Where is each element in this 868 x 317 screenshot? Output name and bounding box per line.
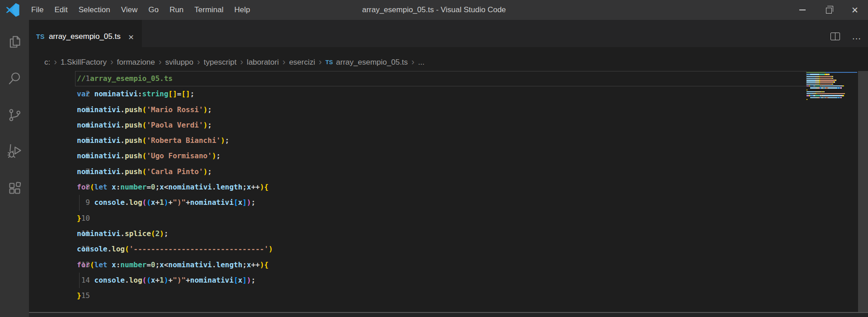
- code-area: 1// array_esempio_05.ts2var nominativi:s…: [29, 71, 868, 312]
- breadcrumb-separator-icon: ›: [54, 57, 57, 67]
- vscode-window: FileEditSelectionViewGoRunTerminalHelp a…: [0, 0, 868, 317]
- code-text: console.log((x+1)+")"+nominativi[x]);: [77, 273, 255, 288]
- menu-run[interactable]: Run: [164, 0, 189, 20]
- minimap-line: [807, 99, 857, 100]
- code-text: var nominativi:string[]=[];: [77, 86, 194, 102]
- breadcrumb-separator-icon: ›: [110, 57, 113, 67]
- minimap-line: [807, 76, 857, 77]
- breadcrumb-item[interactable]: laboratori: [247, 58, 279, 67]
- menu-file[interactable]: File: [26, 0, 49, 20]
- code-line-10[interactable]: 10}: [29, 211, 868, 226]
- title-bar: FileEditSelectionViewGoRunTerminalHelp a…: [0, 0, 868, 20]
- code-text: nominativi.push('Ugo Formisano');: [77, 148, 221, 164]
- tab-close-icon[interactable]: ×: [128, 32, 134, 42]
- explorer-icon[interactable]: [6, 33, 23, 50]
- breadcrumb-item[interactable]: typescript: [203, 58, 236, 67]
- code-line-14[interactable]: 14 console.log((x+1)+")"+nominativi[x]);: [29, 273, 868, 288]
- typescript-file-icon: TS: [326, 59, 333, 66]
- minimap-line: [807, 97, 857, 98]
- code-text: for(let x:number=0;x<nominativi.length;x…: [77, 180, 269, 195]
- search-icon[interactable]: [6, 70, 23, 86]
- code-line-15[interactable]: 15}: [29, 288, 868, 303]
- breadcrumb-separator-icon: ›: [240, 57, 243, 67]
- close-icon: ✕: [851, 5, 859, 15]
- code-text: // array_esempio_05.ts: [77, 71, 173, 86]
- code-line-5[interactable]: 5nominativi.push('Roberta Bianchi');: [29, 133, 868, 148]
- code-text: }: [77, 211, 81, 226]
- minimap[interactable]: [807, 71, 857, 312]
- breadcrumb-item[interactable]: formazione: [117, 58, 155, 67]
- code-line-6[interactable]: 6nominativi.push('Ugo Formisano');: [29, 148, 868, 164]
- code-line-9[interactable]: 9 console.log((x+1)+")"+nominativi[x]);: [29, 195, 868, 210]
- split-editor-icon[interactable]: [830, 33, 840, 40]
- window-controls: ✕: [789, 0, 868, 20]
- run-and-debug-icon[interactable]: [6, 143, 23, 160]
- current-line-highlight: [75, 71, 807, 86]
- restore-icon: [826, 8, 832, 14]
- breadcrumb-separator-icon: ›: [159, 57, 162, 67]
- breadcrumb-separator-icon: ›: [283, 57, 286, 67]
- menu-terminal[interactable]: Terminal: [189, 0, 229, 20]
- menu-go[interactable]: Go: [143, 0, 164, 20]
- tab-bar: TS array_esempio_05.ts × …: [29, 20, 868, 47]
- code-line-2[interactable]: 2var nominativi:string[]=[];: [29, 86, 868, 102]
- bottom-strip: [29, 313, 868, 317]
- minimap-line: [807, 85, 857, 86]
- minimap-line: [807, 95, 857, 96]
- minimap-line: [807, 87, 857, 88]
- minimap-line: [807, 91, 857, 92]
- code-line-11[interactable]: 11nominativi.splice(2);: [29, 226, 868, 241]
- scrollbar-thumb[interactable]: [858, 71, 868, 312]
- breadcrumb-item[interactable]: ...: [418, 58, 425, 67]
- code-text: nominativi.push('Carla Pinto');: [77, 164, 212, 180]
- minimap-line: [807, 81, 857, 82]
- editor[interactable]: 1// array_esempio_05.ts2var nominativi:s…: [29, 71, 868, 312]
- minimap-line: [807, 80, 857, 80]
- tab-label: array_esempio_05.ts: [49, 32, 121, 41]
- menu-edit[interactable]: Edit: [49, 0, 73, 20]
- breadcrumb-item[interactable]: c:: [44, 58, 50, 67]
- minimap-line: [807, 93, 857, 94]
- code-text: console.log((x+1)+")"+nominativi[x]);: [77, 195, 255, 210]
- breadcrumb-item[interactable]: sviluppo: [165, 58, 193, 67]
- code-text: nominativi.push('Paola Verdi');: [77, 118, 212, 133]
- minimap-line: [807, 74, 857, 75]
- code-line-8[interactable]: 8for(let x:number=0;x<nominativi.length;…: [29, 180, 868, 195]
- code-text: console.log('---------------------------…: [77, 241, 273, 257]
- breadcrumb-separator-icon: ›: [319, 57, 322, 67]
- more-actions-icon[interactable]: …: [852, 34, 862, 38]
- minimap-line: [807, 90, 857, 90]
- code-line-4[interactable]: 4nominativi.push('Paola Verdi');: [29, 118, 868, 133]
- menu-view[interactable]: View: [116, 0, 143, 20]
- extensions-icon[interactable]: [6, 180, 23, 196]
- close-button[interactable]: ✕: [842, 0, 868, 20]
- code-line-13[interactable]: 13for(let x:number=0;x<nominativi.length…: [29, 257, 868, 273]
- minimize-button[interactable]: [789, 0, 816, 20]
- code-line-7[interactable]: 7nominativi.push('Carla Pinto');: [29, 164, 868, 180]
- minimap-line: [807, 78, 857, 79]
- minimap-line: [807, 72, 857, 73]
- vscode-logo-icon: [6, 3, 19, 17]
- code-text: }: [77, 288, 81, 303]
- vertical-scrollbar: [857, 71, 868, 312]
- minimap-line: [807, 84, 857, 85]
- code-text: nominativi.splice(2);: [77, 226, 168, 241]
- breadcrumb-item[interactable]: TSarray_esempio_05.ts: [326, 58, 408, 67]
- code-line-3[interactable]: 3nominativi.push('Mario Rossi');: [29, 102, 868, 118]
- menu-bar: FileEditSelectionViewGoRunTerminalHelp: [26, 0, 255, 20]
- code-line-12[interactable]: 12console.log('-------------------------…: [29, 241, 868, 257]
- restore-button[interactable]: [816, 0, 842, 20]
- code-text: nominativi.push('Mario Rossi');: [77, 102, 212, 118]
- breadcrumb: c:›1.SkillFactory›formazione›sviluppo›ty…: [29, 47, 868, 71]
- breadcrumb-separator-icon: ›: [197, 57, 200, 67]
- code-line-1[interactable]: 1// array_esempio_05.ts: [29, 71, 868, 86]
- breadcrumb-item[interactable]: 1.SkillFactory: [61, 58, 107, 67]
- code-text: nominativi.push('Roberta Bianchi');: [77, 133, 229, 148]
- activity-bar: [0, 20, 29, 317]
- minimize-icon: [799, 9, 806, 10]
- menu-selection[interactable]: Selection: [73, 0, 116, 20]
- source-control-icon[interactable]: [6, 107, 23, 123]
- breadcrumb-item[interactable]: esercizi: [289, 58, 315, 67]
- menu-help[interactable]: Help: [229, 0, 255, 20]
- tab-array-esempio-05[interactable]: TS array_esempio_05.ts ×: [29, 20, 142, 47]
